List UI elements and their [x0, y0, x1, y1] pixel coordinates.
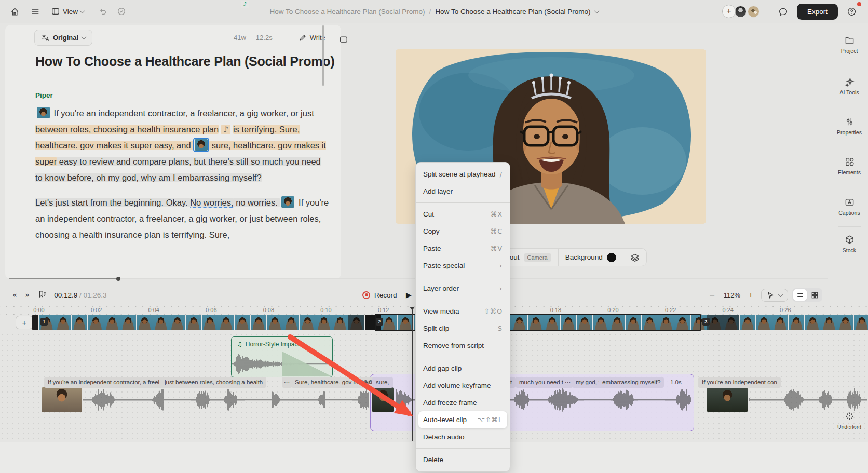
- grid-view-button[interactable]: [808, 289, 821, 301]
- speaker-label[interactable]: Piper: [35, 91, 329, 99]
- view-menu-button[interactable]: View: [48, 5, 87, 18]
- audio-waveform[interactable]: [749, 387, 868, 412]
- composition-title[interactable]: How To Choose a Healthcare Plan (Social …: [35, 54, 335, 69]
- marker-list-icon[interactable]: [34, 288, 51, 302]
- sync-check-icon[interactable]: [113, 4, 130, 19]
- film-thumbnail: [626, 315, 641, 330]
- script-segment[interactable]: no worries.: [234, 198, 280, 207]
- comments-icon[interactable]: [775, 4, 792, 19]
- background-button[interactable]: Background: [559, 249, 623, 266]
- sidebar-item-ai-tools[interactable]: AI Tools: [831, 77, 868, 96]
- folder-icon: [845, 35, 855, 45]
- context-menu-item[interactable]: Split scene at playhead /: [416, 166, 510, 183]
- playhead[interactable]: [412, 310, 413, 441]
- script-segment[interactable]: Let's just start from the beginning. Oka…: [35, 198, 190, 207]
- scroll-position-dot[interactable]: [116, 277, 120, 281]
- skip-back-button[interactable]: «: [8, 289, 21, 301]
- context-menu-item[interactable]: Layer order ›: [416, 280, 510, 297]
- menu-hamburger-icon[interactable]: [27, 4, 44, 19]
- zoom-in-button[interactable]: +: [744, 289, 757, 301]
- breadcrumb-project[interactable]: How To Choose a Healthcare Plan (Social …: [269, 8, 425, 16]
- clip-fade-handle[interactable]: [282, 352, 332, 376]
- timeline-view-button[interactable]: [793, 289, 807, 301]
- context-menu-item[interactable]: Auto-level clip ⌥⇧⌘L: [418, 411, 507, 428]
- sidebar-item-elements[interactable]: Elements: [831, 157, 868, 175]
- add-track-button[interactable]: +: [16, 316, 33, 329]
- audio-waveform[interactable]: [83, 387, 370, 412]
- context-menu-item[interactable]: Paste ⌘V: [416, 240, 510, 257]
- audio-clip-thumbnail[interactable]: [707, 387, 748, 412]
- transcript-chip[interactable]: just between roles, choosing a health: [161, 377, 266, 388]
- context-menu-item[interactable]: Copy ⌘C: [416, 223, 510, 240]
- film-thumbnail: [202, 315, 218, 330]
- play-button[interactable]: ▶: [406, 291, 412, 299]
- audio-clip-thumbnail[interactable]: [372, 387, 394, 412]
- transcript-chip[interactable]: much you need t: [516, 377, 567, 388]
- playhead-handle[interactable]: [410, 307, 415, 310]
- layers-button[interactable]: [623, 249, 646, 266]
- script-segment[interactable]: easy to review and compare plans, but th…: [35, 157, 321, 182]
- context-menu-item[interactable]: [416, 357, 510, 357]
- script-scrollbar[interactable]: [322, 25, 324, 86]
- background-color-swatch[interactable]: [607, 253, 616, 262]
- context-menu-item[interactable]: [416, 300, 510, 300]
- context-menu-item[interactable]: [416, 277, 510, 277]
- script-paragraph-1[interactable]: If you're an independent contractor, a f…: [35, 105, 329, 186]
- context-menu-item[interactable]: Paste special ›: [416, 257, 510, 274]
- script-segment[interactable]: [281, 196, 294, 208]
- script-segment[interactable]: No worries,: [190, 198, 233, 208]
- transcript-chip[interactable]: embarrassing myself?: [599, 377, 664, 388]
- invite-collaborator-button[interactable]: +: [722, 5, 736, 18]
- context-menu-item[interactable]: Add volume keyframe: [416, 377, 510, 394]
- film-thumbnail: [674, 315, 690, 330]
- script-segment[interactable]: If you're an independent contractor, a f…: [51, 109, 314, 118]
- context-menu-item[interactable]: Detach audio: [416, 428, 510, 445]
- undo-icon[interactable]: [94, 4, 111, 19]
- transcript-chip[interactable]: If you're an independent con: [698, 377, 781, 388]
- help-button[interactable]: [843, 4, 860, 19]
- sidebar-item-stock[interactable]: Stock: [831, 235, 868, 253]
- context-menu-item[interactable]: Cut ⌘X: [416, 206, 510, 223]
- context-menu-item[interactable]: Split clip S: [416, 320, 510, 337]
- script-segment[interactable]: ♪: [221, 125, 231, 134]
- context-menu-item[interactable]: [416, 448, 510, 449]
- breadcrumb-composition[interactable]: How To Choose a Healthcare Plan (Social …: [435, 8, 590, 16]
- home-icon[interactable]: [6, 4, 23, 19]
- transcript-chip[interactable]: 1.0s: [667, 377, 685, 388]
- context-menu-item[interactable]: [416, 202, 510, 203]
- chevron-down-icon[interactable]: [594, 8, 599, 13]
- audio-clip-horror-impact[interactable]: ♫ Horror-Style Impact 1: [231, 336, 333, 377]
- context-menu-item[interactable]: Add gap clip: [416, 360, 510, 377]
- film-thumbnail: [772, 315, 788, 330]
- context-menu-item[interactable]: Add freeze frame: [416, 394, 510, 411]
- audio-clip-thumbnail[interactable]: [42, 387, 82, 412]
- transcript-chip[interactable]: If you're an independent contractor, a f…: [44, 377, 163, 388]
- user-avatar[interactable]: [748, 6, 760, 18]
- transcript-chip[interactable]: ⋯: [563, 377, 573, 388]
- film-thumbnail: [348, 315, 364, 330]
- cursor-icon: [767, 291, 775, 299]
- pointer-tool-dropdown[interactable]: [761, 289, 788, 302]
- script-version-dropdown[interactable]: Original: [34, 30, 92, 46]
- collaborator-avatar[interactable]: [735, 6, 747, 18]
- context-menu-item[interactable]: Delete: [416, 451, 510, 468]
- script-segment[interactable]: between roles, choosing a health insuran…: [35, 125, 219, 134]
- script-segment[interactable]: [195, 139, 208, 151]
- record-button[interactable]: Record: [362, 291, 397, 299]
- transcript-chip[interactable]: ⋯: [282, 377, 292, 388]
- context-menu-item[interactable]: Remove from script: [416, 337, 510, 354]
- script-paragraph-2[interactable]: Let's just start from the beginning. Oka…: [35, 195, 329, 243]
- export-button[interactable]: Export: [797, 4, 838, 20]
- sidebar-item-captions[interactable]: Captions: [831, 197, 868, 216]
- script-panel: Original 41w 12.2s Write How To Choose a…: [5, 25, 341, 279]
- skip-forward-button[interactable]: »: [21, 289, 34, 301]
- script-segment[interactable]: [37, 107, 50, 118]
- zoom-out-button[interactable]: −: [705, 289, 720, 301]
- sidebar-item-properties[interactable]: Properties: [831, 117, 868, 136]
- film-thumbnail: [72, 315, 87, 330]
- context-menu-item[interactable]: View media ⇧⌘O: [416, 303, 510, 320]
- sidebar-item-project[interactable]: Project: [831, 35, 868, 54]
- context-menu-item[interactable]: Add layer: [416, 183, 510, 200]
- transcript-chip[interactable]: sure,: [372, 377, 393, 388]
- scene-rail-toggle-button[interactable]: [335, 32, 352, 47]
